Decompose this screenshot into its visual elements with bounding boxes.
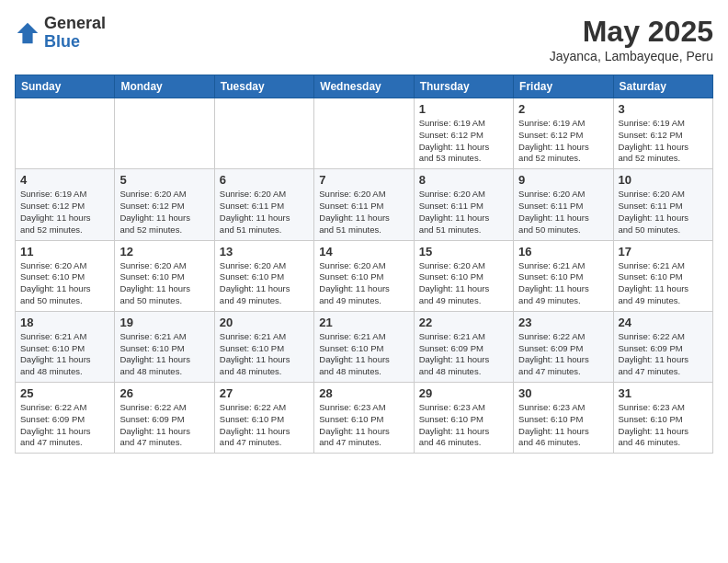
day-number: 10 [619, 173, 708, 187]
day-info: Sunrise: 6:20 AM Sunset: 6:11 PM Dayligh… [619, 189, 708, 236]
calendar-cell: 6Sunrise: 6:20 AM Sunset: 6:11 PM Daylig… [214, 169, 313, 240]
calendar-cell: 2Sunrise: 6:19 AM Sunset: 6:12 PM Daylig… [514, 98, 613, 169]
calendar-cell: 27Sunrise: 6:22 AM Sunset: 6:10 PM Dayli… [214, 383, 313, 454]
calendar-cell: 19Sunrise: 6:21 AM Sunset: 6:10 PM Dayli… [115, 311, 214, 382]
day-number: 18 [20, 316, 109, 329]
day-number: 26 [119, 386, 209, 400]
day-info: Sunrise: 6:19 AM Sunset: 6:12 PM Dayligh… [518, 118, 608, 165]
calendar-cell: 21Sunrise: 6:21 AM Sunset: 6:10 PM Dayli… [314, 311, 414, 382]
calendar-cell: 3Sunrise: 6:19 AM Sunset: 6:12 PM Daylig… [613, 98, 712, 169]
day-info: Sunrise: 6:23 AM Sunset: 6:10 PM Dayligh… [619, 402, 708, 449]
calendar-cell: 12Sunrise: 6:20 AM Sunset: 6:10 PM Dayli… [115, 240, 214, 311]
day-number: 13 [220, 245, 309, 259]
day-number: 15 [419, 245, 508, 259]
logo: General Blue [15, 15, 106, 52]
day-number: 25 [20, 386, 109, 400]
calendar-cell: 9Sunrise: 6:20 AM Sunset: 6:11 PM Daylig… [514, 169, 613, 240]
calendar-cell: 22Sunrise: 6:21 AM Sunset: 6:09 PM Dayli… [414, 311, 513, 382]
day-number: 6 [220, 173, 309, 187]
calendar-cell: 7Sunrise: 6:20 AM Sunset: 6:11 PM Daylig… [314, 169, 414, 240]
logo-blue: Blue [44, 33, 106, 52]
day-info: Sunrise: 6:20 AM Sunset: 6:11 PM Dayligh… [518, 189, 608, 236]
calendar-cell: 8Sunrise: 6:20 AM Sunset: 6:11 PM Daylig… [414, 169, 513, 240]
day-info: Sunrise: 6:22 AM Sunset: 6:09 PM Dayligh… [619, 331, 708, 378]
calendar-table: SundayMondayTuesdayWednesdayThursdayFrid… [15, 75, 713, 454]
calendar-header-row: SundayMondayTuesdayWednesdayThursdayFrid… [16, 75, 713, 98]
day-number: 11 [20, 245, 109, 259]
day-number: 4 [20, 173, 109, 187]
day-info: Sunrise: 6:22 AM Sunset: 6:09 PM Dayligh… [518, 331, 608, 378]
day-info: Sunrise: 6:20 AM Sunset: 6:11 PM Dayligh… [419, 189, 508, 236]
day-number: 14 [319, 245, 408, 259]
calendar-week-row: 1Sunrise: 6:19 AM Sunset: 6:12 PM Daylig… [16, 98, 713, 169]
calendar-header-sunday: Sunday [16, 75, 115, 98]
calendar-cell: 25Sunrise: 6:22 AM Sunset: 6:09 PM Dayli… [16, 383, 115, 454]
day-info: Sunrise: 6:19 AM Sunset: 6:12 PM Dayligh… [419, 118, 508, 165]
day-info: Sunrise: 6:23 AM Sunset: 6:10 PM Dayligh… [419, 402, 508, 449]
calendar-cell: 16Sunrise: 6:21 AM Sunset: 6:10 PM Dayli… [514, 240, 613, 311]
day-info: Sunrise: 6:21 AM Sunset: 6:09 PM Dayligh… [419, 331, 508, 378]
day-number: 27 [220, 386, 309, 400]
day-info: Sunrise: 6:21 AM Sunset: 6:10 PM Dayligh… [319, 331, 408, 378]
day-info: Sunrise: 6:21 AM Sunset: 6:10 PM Dayligh… [518, 260, 608, 307]
day-info: Sunrise: 6:22 AM Sunset: 6:09 PM Dayligh… [119, 402, 209, 449]
day-number: 31 [619, 386, 708, 400]
calendar-week-row: 25Sunrise: 6:22 AM Sunset: 6:09 PM Dayli… [16, 383, 713, 454]
month-title: May 2025 [550, 15, 713, 49]
calendar-cell [16, 98, 115, 169]
day-info: Sunrise: 6:20 AM Sunset: 6:11 PM Dayligh… [319, 189, 408, 236]
logo-general: General [44, 15, 106, 33]
calendar-cell: 26Sunrise: 6:22 AM Sunset: 6:09 PM Dayli… [115, 383, 214, 454]
day-info: Sunrise: 6:20 AM Sunset: 6:11 PM Dayligh… [220, 189, 309, 236]
day-number: 23 [518, 316, 608, 329]
day-info: Sunrise: 6:22 AM Sunset: 6:09 PM Dayligh… [20, 402, 109, 449]
day-number: 9 [518, 173, 608, 187]
calendar-cell: 31Sunrise: 6:23 AM Sunset: 6:10 PM Dayli… [613, 383, 712, 454]
page-header: General Blue May 2025 Jayanca, Lambayequ… [15, 15, 713, 63]
calendar-cell: 24Sunrise: 6:22 AM Sunset: 6:09 PM Dayli… [613, 311, 712, 382]
day-info: Sunrise: 6:21 AM Sunset: 6:10 PM Dayligh… [20, 331, 109, 378]
calendar-cell: 23Sunrise: 6:22 AM Sunset: 6:09 PM Dayli… [514, 311, 613, 382]
day-number: 1 [419, 102, 508, 116]
day-number: 2 [518, 102, 608, 116]
logo-icon [15, 20, 40, 46]
day-number: 28 [319, 386, 408, 400]
day-number: 16 [518, 245, 608, 259]
calendar-week-row: 4Sunrise: 6:19 AM Sunset: 6:12 PM Daylig… [16, 169, 713, 240]
calendar-cell: 11Sunrise: 6:20 AM Sunset: 6:10 PM Dayli… [16, 240, 115, 311]
day-number: 12 [119, 245, 209, 259]
calendar-cell: 15Sunrise: 6:20 AM Sunset: 6:10 PM Dayli… [414, 240, 513, 311]
day-number: 22 [419, 316, 508, 329]
day-number: 20 [220, 316, 309, 329]
day-number: 21 [319, 316, 408, 329]
day-info: Sunrise: 6:20 AM Sunset: 6:10 PM Dayligh… [20, 260, 109, 307]
day-number: 30 [518, 386, 608, 400]
calendar-cell: 29Sunrise: 6:23 AM Sunset: 6:10 PM Dayli… [414, 383, 513, 454]
logo-text: General Blue [44, 15, 106, 52]
calendar-header-thursday: Thursday [414, 75, 513, 98]
day-info: Sunrise: 6:19 AM Sunset: 6:12 PM Dayligh… [619, 118, 708, 165]
calendar-week-row: 11Sunrise: 6:20 AM Sunset: 6:10 PM Dayli… [16, 240, 713, 311]
day-info: Sunrise: 6:19 AM Sunset: 6:12 PM Dayligh… [20, 189, 109, 236]
day-info: Sunrise: 6:20 AM Sunset: 6:10 PM Dayligh… [419, 260, 508, 307]
day-info: Sunrise: 6:20 AM Sunset: 6:10 PM Dayligh… [119, 260, 209, 307]
calendar-cell: 20Sunrise: 6:21 AM Sunset: 6:10 PM Dayli… [214, 311, 313, 382]
calendar-header-monday: Monday [115, 75, 214, 98]
day-number: 3 [619, 102, 708, 116]
day-info: Sunrise: 6:20 AM Sunset: 6:10 PM Dayligh… [319, 260, 408, 307]
calendar-header-tuesday: Tuesday [214, 75, 313, 98]
day-number: 7 [319, 173, 408, 187]
day-number: 29 [419, 386, 508, 400]
calendar-cell: 17Sunrise: 6:21 AM Sunset: 6:10 PM Dayli… [613, 240, 712, 311]
calendar-week-row: 18Sunrise: 6:21 AM Sunset: 6:10 PM Dayli… [16, 311, 713, 382]
day-info: Sunrise: 6:23 AM Sunset: 6:10 PM Dayligh… [319, 402, 408, 449]
svg-marker-0 [17, 23, 38, 43]
calendar-cell: 4Sunrise: 6:19 AM Sunset: 6:12 PM Daylig… [16, 169, 115, 240]
day-info: Sunrise: 6:23 AM Sunset: 6:10 PM Dayligh… [518, 402, 608, 449]
calendar-cell: 5Sunrise: 6:20 AM Sunset: 6:12 PM Daylig… [115, 169, 214, 240]
day-info: Sunrise: 6:21 AM Sunset: 6:10 PM Dayligh… [619, 260, 708, 307]
day-number: 8 [419, 173, 508, 187]
day-number: 19 [119, 316, 209, 329]
calendar-cell: 30Sunrise: 6:23 AM Sunset: 6:10 PM Dayli… [514, 383, 613, 454]
day-number: 24 [619, 316, 708, 329]
